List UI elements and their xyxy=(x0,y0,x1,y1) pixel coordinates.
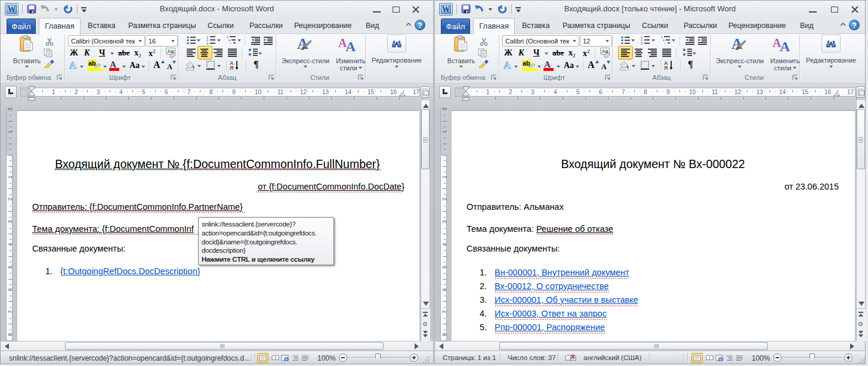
svg-text:Я: Я xyxy=(664,65,668,70)
svg-text:Я: Я xyxy=(230,65,233,70)
svg-text:i: i xyxy=(665,42,665,45)
svg-text:А: А xyxy=(69,60,77,70)
svg-text:3: 3 xyxy=(641,42,642,45)
svg-text:3: 3 xyxy=(206,42,208,45)
svg-text:i: i xyxy=(230,42,231,45)
svg-text:А: А xyxy=(503,60,511,70)
